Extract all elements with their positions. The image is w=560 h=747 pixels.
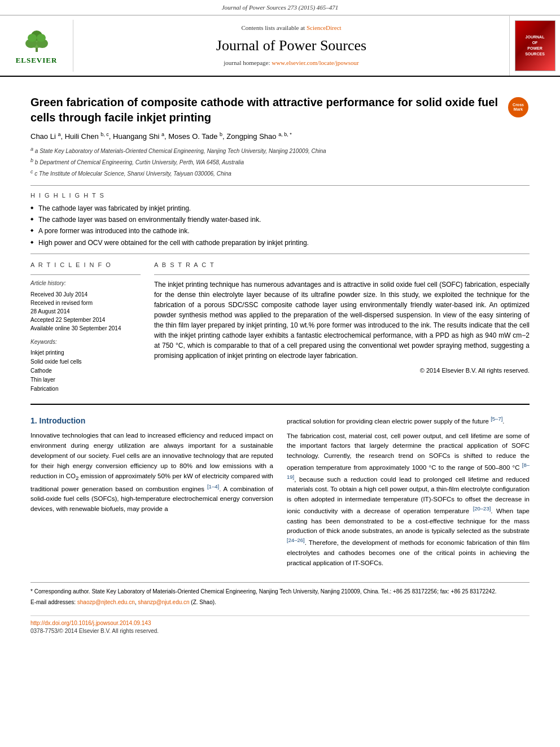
highlights-section: H I G H L I G H T S The cathode layer wa… <box>30 191 530 248</box>
article-info-column: A R T I C L E I N F O Article history: R… <box>30 261 141 394</box>
intro-paragraph-1: Innovative technologies that can lead to… <box>30 431 273 514</box>
elsevier-tree-icon <box>20 25 54 54</box>
copyright-line: © 2014 Elsevier B.V. All rights reserved… <box>154 366 530 375</box>
authors-line: Chao Li a, Huili Chen b, c, Huangang Shi… <box>30 131 530 142</box>
article-info-title: A R T I C L E I N F O <box>30 261 141 270</box>
intro-two-col: 1. Introduction Innovative technologies … <box>30 415 530 573</box>
introduction-section: 1. Introduction Innovative technologies … <box>30 415 530 573</box>
issn-line: 0378-7753/© 2014 Elsevier B.V. All right… <box>30 627 530 636</box>
homepage-line: journal homepage: www.elsevier.com/locat… <box>73 59 509 68</box>
article-title: Green fabrication of composite cathode w… <box>30 95 501 125</box>
highlights-divider-top <box>30 185 530 186</box>
author-moses-tade: Moses O. Tade b, <box>168 132 226 141</box>
keyword-5: Fabrication <box>30 385 141 394</box>
available-online-date: Available online 30 September 2014 <box>30 324 141 333</box>
intro-col-left: 1. Introduction Innovative technologies … <box>30 415 273 573</box>
sciencedirect-link[interactable]: ScienceDirect <box>307 24 342 31</box>
main-content: Green fabrication of composite cathode w… <box>0 77 560 646</box>
elsevier-logo: ELSEVIER <box>16 25 58 66</box>
revised-date: 28 August 2014 <box>30 307 141 316</box>
abstract-inner-divider <box>154 274 530 275</box>
highlight-item-2: The cathode layer was based on environme… <box>30 215 530 225</box>
journal-header: ELSEVIER Contents lists available at Sci… <box>0 15 560 77</box>
intro-heading: 1. Introduction <box>30 415 273 426</box>
affiliation-c: c c The Institute of Molecular Science, … <box>30 168 530 178</box>
abstract-text: The inkjet printing technique has numero… <box>154 279 530 361</box>
ref-1-4: [1–4] <box>207 483 219 490</box>
email-link[interactable]: shaozp@njtech.edu.cn <box>77 599 135 605</box>
contents-line: Contents lists available at ScienceDirec… <box>73 24 509 33</box>
elsevier-logo-section: ELSEVIER <box>0 20 73 72</box>
homepage-label: journal homepage: <box>224 59 270 66</box>
email-link-2[interactable]: shanzp@njut.edu.cn <box>138 599 189 605</box>
ref-24-26: [24–26] <box>287 537 305 543</box>
journal-ref-text: Journal of Power Sources 273 (2015) 465–… <box>222 4 339 11</box>
affiliations: a a State Key Laboratory of Materials-Or… <box>30 146 530 178</box>
intro-paragraph-2: practical solution for providing clean e… <box>287 415 530 427</box>
crossmark-icon: CrossMark <box>508 97 528 117</box>
keywords-list: Inkjet printing Solid oxide fuel cells C… <box>30 348 141 394</box>
abstract-title: A B S T R A C T <box>154 261 530 270</box>
highlight-item-3: A pore former was introduced into the ca… <box>30 226 530 236</box>
journal-cover-section: JOURNALOFPOWERSOURCES <box>509 16 560 76</box>
ref-5-7: [5–7] <box>491 416 502 422</box>
footer-bar: http://dx.doi.org/10.1016/j.jpowsour.201… <box>30 615 530 636</box>
author-zongping-shao: Zongping Shao a, b, * <box>226 132 291 141</box>
author-huangang-shi: Huangang Shi a, <box>113 132 168 141</box>
article-history-label: Article history: <box>30 279 141 288</box>
received-date: Received 30 July 2014 <box>30 290 141 299</box>
homepage-url[interactable]: www.elsevier.com/locate/jpowsour <box>272 59 358 66</box>
article-info-divider-top <box>30 254 530 254</box>
ref-8-19: [8–19] <box>287 462 530 480</box>
journal-ref-bar: Journal of Power Sources 273 (2015) 465–… <box>0 0 560 15</box>
article-info-abstract-section: A R T I C L E I N F O Article history: R… <box>30 261 530 394</box>
doi-line[interactable]: http://dx.doi.org/10.1016/j.jpowsour.201… <box>30 619 530 628</box>
author-huili-chen: Huili Chen b, c, <box>65 132 113 141</box>
page: Journal of Power Sources 273 (2015) 465–… <box>0 0 560 747</box>
keywords-label: Keywords: <box>30 338 141 347</box>
corresponding-author-note: * Corresponding author. State Key Labora… <box>30 587 530 596</box>
affiliation-a: a a State Key Laboratory of Materials-Or… <box>30 146 530 156</box>
intro-col-right: practical solution for providing clean e… <box>287 415 530 573</box>
highlights-title: H I G H L I G H T S <box>30 191 530 200</box>
revised-label: Received in revised form <box>30 299 141 307</box>
article-title-section: Green fabrication of composite cathode w… <box>30 95 530 125</box>
journal-header-center: Contents lists available at ScienceDirec… <box>73 18 509 73</box>
intro-paragraph-3: The fabrication cost, material cost, cel… <box>287 431 530 569</box>
ref-20-23: [20–23] <box>473 505 491 512</box>
keyword-1: Inkjet printing <box>30 348 141 357</box>
intro-section-divider <box>30 404 530 405</box>
journal-cover-image: JOURNALOFPOWERSOURCES <box>515 20 555 71</box>
highlights-list: The cathode layer was fabricated by inkj… <box>30 204 530 248</box>
keyword-4: Thin layer <box>30 375 141 385</box>
journal-title: Journal of Power Sources <box>73 35 509 56</box>
svg-point-6 <box>37 34 46 42</box>
author-chao-li: Chao Li a, <box>30 132 65 141</box>
highlight-item-1: The cathode layer was fabricated by inkj… <box>30 204 530 213</box>
abstract-column: A B S T R A C T The inkjet printing tech… <box>154 261 530 394</box>
elsevier-wordmark: ELSEVIER <box>16 55 58 66</box>
keyword-2: Solid oxide fuel cells <box>30 357 141 366</box>
highlight-item-4: High power and OCV were obtained for the… <box>30 238 530 248</box>
crossmark-badge: CrossMark <box>508 97 530 117</box>
svg-point-5 <box>28 34 37 42</box>
contents-label: Contents lists available at <box>241 24 305 31</box>
accepted-date: Accepted 22 September 2014 <box>30 316 141 324</box>
footnotes-section: * Corresponding author. State Key Labora… <box>30 582 530 606</box>
affiliation-b: b b Department of Chemical Engineering, … <box>30 157 530 167</box>
article-history-content: Received 30 July 2014 Received in revise… <box>30 290 141 333</box>
keyword-3: Cathode <box>30 366 141 375</box>
email-footnote: E-mail addresses: shaozp@njtech.edu.cn, … <box>30 598 530 606</box>
article-info-inner-divider <box>30 274 141 275</box>
